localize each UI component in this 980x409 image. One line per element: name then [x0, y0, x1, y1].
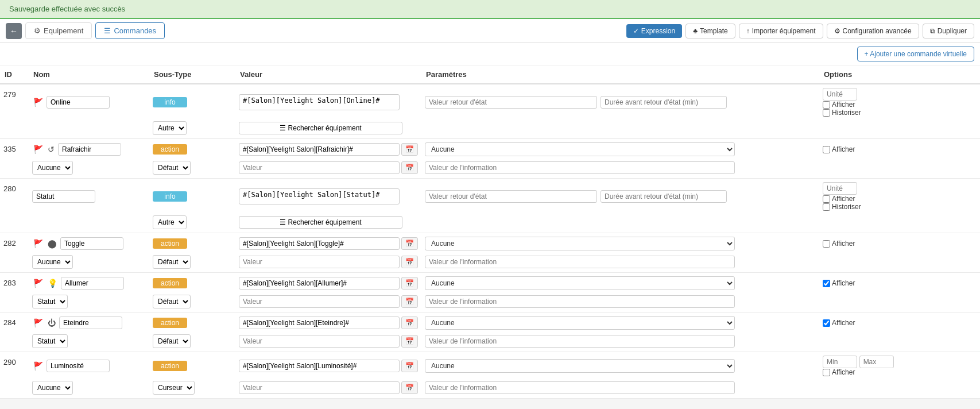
name-input[interactable] [58, 143, 121, 156]
expression-button[interactable]: ✓ Expression [626, 24, 682, 38]
value-sub-input[interactable] [239, 335, 400, 348]
max-input[interactable] [859, 356, 894, 368]
back-button[interactable]: ← [6, 23, 22, 39]
sub-type-select[interactable]: Défaut [153, 295, 191, 308]
table-row: 280info Afficher Historiser [0, 179, 980, 214]
unit-input[interactable] [823, 182, 857, 195]
status-select[interactable]: Aucune [32, 255, 73, 269]
calendar-icon[interactable]: 📅 [401, 277, 418, 290]
valeur-info-input[interactable] [425, 335, 735, 348]
extra-icon[interactable]: ⬤ [47, 238, 58, 249]
extra-icon[interactable]: 💡 [47, 277, 59, 289]
afficher-checkbox[interactable] [823, 146, 830, 153]
afficher-checkbox[interactable] [823, 369, 830, 376]
import-icon: ↑ [746, 27, 750, 35]
valeur-info-input[interactable] [425, 295, 735, 308]
afficher-checkbox[interactable] [823, 240, 830, 248]
sub-type-select[interactable]: Défaut [153, 255, 191, 269]
tab-commandes[interactable]: ☰ Commandes [95, 22, 165, 39]
status-select[interactable]: Statut [32, 334, 68, 348]
status-select[interactable]: Aucune [32, 381, 73, 395]
valeur-info-input[interactable] [425, 381, 735, 394]
value-sub-input[interactable] [239, 381, 400, 394]
valeur-info-input[interactable] [425, 161, 735, 174]
afficher-checkbox[interactable] [823, 280, 830, 287]
calendar-icon[interactable]: 📅 [401, 317, 418, 329]
name-input[interactable] [60, 237, 123, 250]
row-valeur-280 [235, 179, 421, 214]
calendar-icon-sub[interactable]: 📅 [401, 256, 418, 268]
value-input[interactable] [239, 317, 400, 329]
calendar-icon[interactable]: 📅 [401, 143, 418, 156]
calendar-icon[interactable]: 📅 [401, 237, 418, 250]
flag-icon[interactable]: 🚩 [32, 238, 44, 249]
sub-type-select[interactable]: Autre [153, 215, 187, 229]
name-input[interactable] [61, 277, 124, 290]
flag-icon[interactable]: 🚩 [32, 97, 44, 108]
sub-type-select[interactable]: Défaut [153, 161, 191, 175]
valeur-retour-input[interactable] [425, 96, 597, 109]
valeur-sub-cell: ☰ Rechercher équipement [235, 213, 421, 233]
table-row: 290🚩action📅Aucune Afficher [0, 352, 980, 379]
params-select[interactable]: Aucune [425, 237, 735, 250]
tab-equipement[interactable]: ⚙ Equipement [25, 22, 92, 39]
value-textarea[interactable] [239, 94, 400, 110]
extra-icon[interactable]: ↺ [47, 144, 56, 155]
unit-input[interactable] [823, 88, 857, 101]
sub-type-select[interactable]: Autre [153, 121, 187, 135]
sub-type-select[interactable]: Défaut [153, 334, 191, 348]
value-sub-input[interactable] [239, 256, 400, 268]
valeur-retour-input[interactable] [425, 190, 597, 203]
importer-button[interactable]: ↑ Importer équipement [739, 24, 823, 38]
search-equipment-button[interactable]: ☰ Rechercher équipement [239, 122, 402, 134]
params-select[interactable]: Aucune [425, 276, 735, 290]
min-input[interactable] [823, 356, 857, 368]
status-select[interactable]: Statut [32, 295, 68, 308]
params-select[interactable]: Aucune [425, 316, 735, 330]
value-input[interactable] [239, 143, 400, 156]
status-select[interactable]: Aucune [32, 161, 73, 175]
flag-icon[interactable]: 🚩 [32, 317, 44, 329]
name-input[interactable] [47, 96, 110, 109]
row-options-335: Afficher [819, 139, 980, 159]
flag-icon[interactable]: 🚩 [32, 277, 44, 289]
valeur-sub-cell: 📅 [235, 292, 421, 312]
flag-icon[interactable]: 🚩 [32, 360, 44, 372]
params-select[interactable]: Aucune [425, 359, 735, 373]
valeur-info-input[interactable] [425, 256, 735, 268]
value-input[interactable] [239, 277, 400, 290]
value-input[interactable] [239, 360, 400, 372]
name-input[interactable] [59, 317, 122, 329]
afficher-checkbox[interactable] [823, 319, 830, 327]
add-virtual-command-button[interactable]: + Ajouter une commande virtuelle [857, 47, 974, 61]
value-textarea[interactable] [239, 188, 400, 204]
calendar-icon-sub[interactable]: 📅 [401, 295, 418, 308]
template-icon: ♣ [693, 27, 698, 35]
duree-retour-input[interactable] [601, 190, 727, 203]
calendar-icon[interactable]: 📅 [401, 360, 418, 372]
value-sub-input[interactable] [239, 295, 400, 308]
afficher-checkbox[interactable] [823, 101, 830, 109]
dupliquer-button[interactable]: ⧉ Dupliquer [923, 24, 974, 38]
template-button[interactable]: ♣ Template [685, 24, 735, 38]
value-sub-input[interactable] [239, 161, 400, 174]
config-avancee-button[interactable]: ⚙ Configuration avancée [827, 24, 919, 38]
extra-icon[interactable]: ⏻ [47, 317, 57, 329]
valeur-sub-cell: 📅 [235, 379, 421, 399]
calendar-icon-sub[interactable]: 📅 [401, 335, 418, 348]
name-input[interactable] [47, 360, 110, 372]
historiser-checkbox[interactable] [823, 203, 830, 211]
calendar-icon-sub[interactable]: 📅 [401, 381, 418, 394]
calendar-icon-sub[interactable]: 📅 [401, 161, 418, 174]
search-equipment-button[interactable]: ☰ Rechercher équipement [239, 216, 402, 229]
table-row: 283🚩💡action📅Aucune Afficher [0, 273, 980, 293]
historiser-checkbox[interactable] [823, 109, 830, 117]
sub-type-select[interactable]: Curseur [153, 381, 195, 395]
value-input[interactable] [239, 237, 400, 250]
name-input[interactable] [32, 190, 95, 203]
duree-retour-input[interactable] [601, 96, 727, 109]
afficher-checkbox[interactable] [823, 195, 830, 203]
params-select[interactable]: Aucune [425, 142, 735, 156]
row-sous-type-283: action [149, 273, 235, 293]
flag-icon[interactable]: 🚩 [32, 144, 44, 155]
